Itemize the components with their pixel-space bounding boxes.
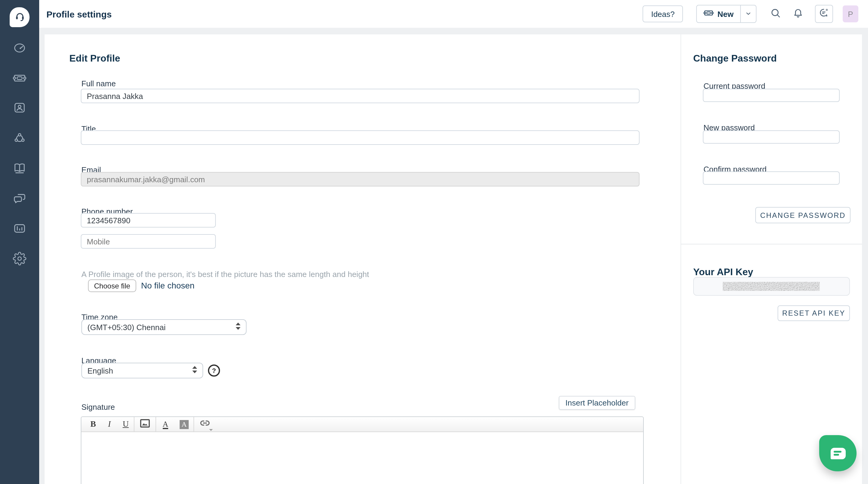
- sidebar-item-social[interactable]: [13, 132, 27, 146]
- insert-image-icon: [140, 419, 150, 430]
- insert-placeholder-button[interactable]: Insert Placeholder: [559, 396, 635, 410]
- bg-color-button[interactable]: A: [175, 417, 194, 431]
- app-window: Profile settings Ideas? New: [0, 0, 868, 484]
- contacts-icon: [13, 101, 27, 117]
- headset-icon: [13, 10, 26, 24]
- sidebar-item-analytics[interactable]: [13, 223, 27, 236]
- api-key-box: [693, 277, 850, 296]
- bell-icon: [792, 7, 804, 21]
- new-ticket-split-button: New: [696, 5, 756, 23]
- sidebar-item-dashboard[interactable]: [13, 42, 27, 56]
- content-area: Edit Profile Full name Title Email Phone…: [39, 28, 868, 484]
- signature-editing-area[interactable]: [82, 432, 643, 484]
- dashboard-icon: [13, 41, 27, 57]
- sidebar-item-tickets[interactable]: [13, 73, 27, 86]
- underline-button[interactable]: U: [118, 417, 134, 431]
- api-key-obscured-value: [723, 282, 820, 291]
- new-ticket-label: New: [718, 9, 734, 19]
- signature-editor[interactable]: B I U A A: [81, 417, 644, 484]
- profile-image-hint: A Profile image of the person, it's best…: [82, 270, 369, 279]
- confirm-password-input[interactable]: [703, 171, 840, 185]
- panel-divider: [681, 34, 681, 484]
- settings-icon: [13, 252, 27, 268]
- sidebar-item-settings[interactable]: [13, 253, 27, 267]
- bold-button[interactable]: B: [85, 417, 101, 431]
- signature-toolbar: B I U A A: [82, 417, 643, 432]
- search-icon: [770, 7, 782, 21]
- select-arrows-icon: [192, 366, 197, 375]
- change-password-heading: Change Password: [693, 53, 777, 64]
- sidebar: [0, 0, 39, 484]
- new-ticket-button[interactable]: New: [697, 5, 740, 22]
- chat-bubble-icon: [830, 448, 845, 459]
- ideas-button[interactable]: Ideas?: [643, 5, 683, 22]
- time-zone-value: (GMT+05:30) Chennai: [87, 322, 165, 332]
- new-ticket-dropdown[interactable]: [740, 5, 756, 22]
- api-key-heading: Your API Key: [693, 267, 753, 278]
- language-select[interactable]: English: [82, 363, 203, 378]
- section-divider: [681, 244, 862, 245]
- notifications-button[interactable]: [789, 5, 807, 22]
- topbar-actions: Ideas? New: [643, 0, 858, 28]
- current-password-input[interactable]: [703, 89, 840, 102]
- chevron-down-icon: [745, 8, 752, 19]
- full-name-label: Full name: [82, 79, 116, 88]
- new-password-input[interactable]: [703, 130, 840, 144]
- user-avatar[interactable]: P: [843, 5, 858, 22]
- link-caret-icon: [209, 429, 213, 431]
- phone-input[interactable]: [81, 213, 216, 228]
- profile-settings-panel: Edit Profile Full name Title Email Phone…: [44, 34, 862, 484]
- email-input: [81, 172, 640, 187]
- font-color-button[interactable]: A: [156, 417, 175, 431]
- whats-new-button[interactable]: [815, 5, 833, 23]
- mobile-input[interactable]: [81, 234, 216, 249]
- search-button[interactable]: [767, 5, 784, 22]
- chat-widget-button[interactable]: [819, 435, 857, 471]
- sidebar-item-contacts[interactable]: [13, 102, 27, 116]
- language-value: English: [87, 366, 113, 375]
- signature-label: Signature: [82, 402, 115, 411]
- change-password-button[interactable]: CHANGE PASSWORD: [755, 207, 850, 223]
- avatar-initial: P: [848, 9, 853, 19]
- solutions-icon: [13, 161, 27, 177]
- ticket-icon: [704, 8, 714, 20]
- sidebar-item-solutions[interactable]: [13, 162, 27, 176]
- insert-link-button[interactable]: [194, 417, 216, 431]
- italic-button[interactable]: I: [101, 417, 118, 431]
- page-title: Profile settings: [46, 9, 112, 19]
- edit-profile-heading: Edit Profile: [69, 53, 120, 64]
- sidebar-item-forums[interactable]: [13, 193, 27, 206]
- forums-icon: [13, 191, 27, 208]
- language-help-icon[interactable]: ?: [208, 365, 220, 377]
- select-arrows-icon: [236, 322, 241, 332]
- topbar: Profile settings Ideas? New: [39, 0, 868, 28]
- title-input[interactable]: [81, 130, 640, 145]
- tickets-icon: [13, 71, 27, 87]
- no-file-chosen-text: No file chosen: [141, 281, 194, 290]
- analytics-icon: [13, 222, 27, 238]
- choose-file-button[interactable]: Choose file: [88, 279, 136, 292]
- full-name-input[interactable]: [81, 89, 640, 103]
- social-icon: [13, 131, 27, 147]
- insert-link-icon: [199, 419, 210, 430]
- reset-api-key-button[interactable]: RESET API KEY: [778, 305, 850, 321]
- time-zone-select[interactable]: (GMT+05:30) Chennai: [82, 319, 247, 335]
- insert-image-button[interactable]: [134, 417, 156, 431]
- announcement-icon: [818, 7, 830, 21]
- app-logo[interactable]: [10, 7, 30, 27]
